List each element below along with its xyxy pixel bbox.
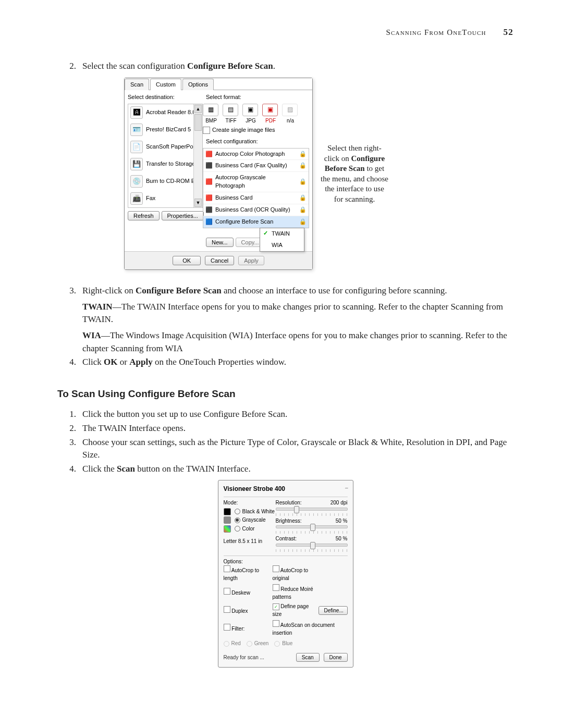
onetouch-dialog: Scan Custom Options Select destination: … <box>124 78 313 270</box>
s3-b: Configure Before Scan <box>136 286 222 295</box>
dest-item[interactable]: 📠Fax <box>128 190 202 207</box>
ss1-text: Click the button you set up to use Confi… <box>82 408 513 421</box>
config-item[interactable]: 🟥Autocrop Grayscale Photograph🔒 <box>203 172 309 192</box>
fmt-tiff: TIFF <box>223 117 239 125</box>
refresh-button[interactable]: Refresh <box>128 211 160 220</box>
mode-gray[interactable]: Grayscale <box>224 516 276 524</box>
bw-label: Black & White <box>242 508 275 516</box>
scan-button[interactable]: Scan <box>296 653 320 662</box>
scroll-down-icon[interactable]: ▼ <box>194 199 202 207</box>
destination-list[interactable]: 🅰Acrobat Reader 8.0 🪪Presto! BizCard 5 📄… <box>128 104 203 208</box>
config-item[interactable]: 🟥Autocrop Color Photograph🔒 <box>203 149 309 161</box>
bmp-icon[interactable]: ▦ <box>203 104 218 116</box>
new-button[interactable]: New... <box>206 238 234 247</box>
tiff-icon[interactable]: ▤ <box>223 104 238 116</box>
ok-button[interactable]: OK <box>173 256 201 265</box>
filter-blue: Blue <box>274 640 292 648</box>
con-value: 50 % <box>336 535 348 543</box>
single-image-checkbox[interactable]: Create single image files <box>203 126 309 134</box>
lock-icon: 🔒 <box>299 218 307 226</box>
fmt-pdf: PDF <box>262 117 279 125</box>
opt-flt: Filter: <box>231 626 244 632</box>
fb: Blue <box>282 640 292 648</box>
s3-c: and choose an interface to use for confi… <box>222 286 447 295</box>
step4-num: 4. <box>57 356 82 369</box>
lock-icon: 🔒 <box>299 178 307 186</box>
opt-autocrop-len[interactable]: AutoCrop to length <box>224 565 273 582</box>
format-label: Select format: <box>206 93 309 102</box>
dest-item[interactable]: 💾Transfer to Storage <box>128 156 202 173</box>
dest-label-0: Acrobat Reader 8.0 <box>146 108 195 117</box>
tab-options[interactable]: Options <box>182 79 214 90</box>
s4-b2: Apply <box>129 357 152 367</box>
fr: Red <box>231 640 241 648</box>
config-item[interactable]: 🟥Business Card🔒 <box>203 192 309 204</box>
opt-autocrop-orig[interactable]: AutoCrop to original <box>273 565 319 582</box>
pdf-icon[interactable]: ▣ <box>262 104 278 116</box>
paper-size[interactable]: Letter 8.5 x 11 in <box>224 538 276 546</box>
apply-button[interactable]: Apply <box>238 256 264 265</box>
opt-deskew[interactable]: Deskew <box>224 588 273 597</box>
tab-custom[interactable]: Custom <box>150 79 181 90</box>
scrollbar[interactable]: ▲ ▼ <box>193 104 202 207</box>
opt-define[interactable]: ✓ Define page size <box>273 603 319 618</box>
format-row: ▦BMP ▤TIFF ▣JPG ▣PDF ▨n/a <box>203 104 309 125</box>
cfg3: Business Card <box>215 194 253 202</box>
contrast-slider[interactable] <box>276 544 348 547</box>
single-label: Create single image files <box>212 126 275 134</box>
dest-item[interactable]: 📄ScanSoft PaperPort <box>128 139 202 156</box>
card-icon: 🪪 <box>130 124 143 136</box>
cfg2: Autocrop Grayscale Photograph <box>215 174 297 190</box>
opt-autoscan[interactable]: AutoScan on document insertion <box>273 620 348 637</box>
mode-label: Mode: <box>224 499 276 507</box>
ss4-b: Scan <box>117 464 135 474</box>
ocr-icon: ⬛ <box>205 206 213 214</box>
dest-item[interactable]: 🪪Presto! BizCard 5 <box>128 121 202 139</box>
cancel-button[interactable]: Cancel <box>205 256 234 265</box>
dest-label-2: ScanSoft PaperPort <box>146 143 197 151</box>
res-value: 200 dpi <box>331 499 348 507</box>
filter-red: Red <box>224 640 241 648</box>
subheading: To Scan Using Configure Before Scan <box>57 387 513 401</box>
opt-duplex[interactable]: Duplex <box>224 606 273 615</box>
define-button[interactable]: Define... <box>319 606 348 615</box>
scroll-up-icon[interactable]: ▲ <box>194 105 202 113</box>
resolution-slider[interactable] <box>276 508 348 511</box>
config-item[interactable]: ⬛Business Card (Fax Quality)🔒 <box>203 160 309 172</box>
step-4: 4. Click OK or Apply on the OneTouch Pro… <box>57 356 513 369</box>
brightness-slider[interactable] <box>276 525 348 528</box>
config-item[interactable]: ⬛Business Card (OCR Quality)🔒 <box>203 204 309 216</box>
s3-tt: —The TWAIN Interface opens for you to ma… <box>82 302 503 325</box>
step2-pre: Select the scan configuration <box>82 61 187 71</box>
lock-icon: 🔒 <box>299 194 307 202</box>
ctx-twain[interactable]: TWAIN <box>260 228 304 240</box>
config-list[interactable]: 🟥Autocrop Color Photograph🔒 ⬛Business Ca… <box>203 148 309 229</box>
color-icon <box>224 525 231 533</box>
dest-item[interactable]: 🅰Acrobat Reader 8.0 <box>128 104 202 121</box>
mode-bw[interactable]: Black & White <box>224 508 276 516</box>
ss2: 2.The TWAIN Interface opens. <box>57 422 513 435</box>
config-label: Select configuration: <box>206 138 309 146</box>
dest-item[interactable]: 💿Burn to CD-ROM E: <box>128 173 202 190</box>
doc-icon: 📄 <box>130 141 143 153</box>
done-button[interactable]: Done <box>324 653 348 662</box>
mode-color[interactable]: Color <box>224 525 276 533</box>
scroll-thumb[interactable] <box>194 114 202 131</box>
jpg-icon[interactable]: ▣ <box>242 104 258 116</box>
ctx-wia[interactable]: WIA <box>260 240 304 251</box>
opt-moire[interactable]: Reduce Moiré patterns <box>273 584 319 601</box>
ss2-text: The TWAIN Interface opens. <box>82 422 513 435</box>
step-2: 2. Select the scan configuration Configu… <box>57 60 513 73</box>
opt-dsk: Deskew <box>231 590 250 596</box>
gray-label: Grayscale <box>242 516 266 524</box>
page-number: 52 <box>504 27 513 37</box>
fmt-jpg: JPG <box>242 117 259 125</box>
tab-scan[interactable]: Scan <box>125 79 149 90</box>
config-item-selected[interactable]: 🟦Configure Before Scan🔒 TWAIN WIA <box>203 216 309 228</box>
properties-button[interactable]: Properties... <box>162 211 204 220</box>
opt-filter[interactable]: Filter: <box>224 624 273 633</box>
twain-dialog: Visioneer Strobe 400⎓ Mode: Black & Whit… <box>218 480 353 668</box>
logo-icon: ⎓ <box>345 485 348 492</box>
context-menu[interactable]: TWAIN WIA <box>260 228 304 252</box>
step2-num: 2. <box>57 60 82 73</box>
